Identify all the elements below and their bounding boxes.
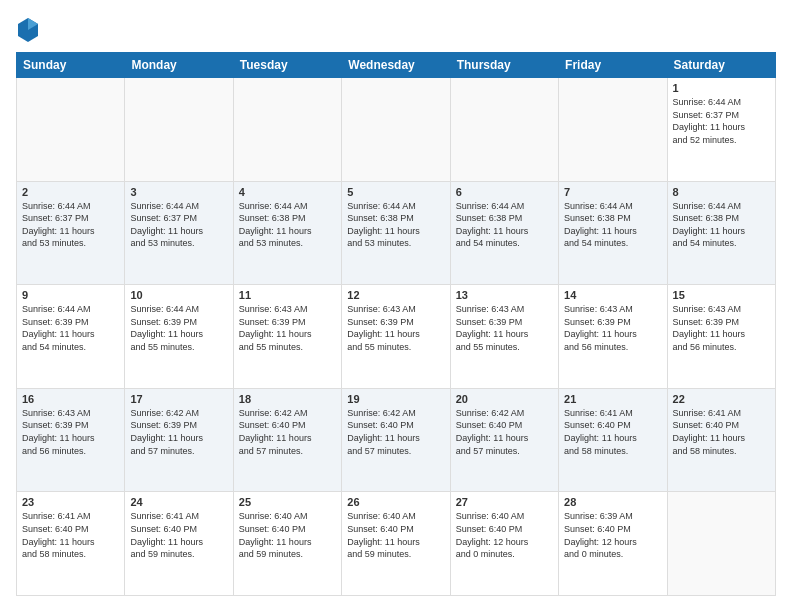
logo (16, 16, 44, 44)
day-number: 6 (456, 186, 553, 198)
day-cell-20: 20Sunrise: 6:42 AM Sunset: 6:40 PM Dayli… (450, 388, 558, 492)
day-number: 25 (239, 496, 336, 508)
day-cell-5: 5Sunrise: 6:44 AM Sunset: 6:38 PM Daylig… (342, 181, 450, 285)
day-cell-2: 2Sunrise: 6:44 AM Sunset: 6:37 PM Daylig… (17, 181, 125, 285)
day-cell-17: 17Sunrise: 6:42 AM Sunset: 6:39 PM Dayli… (125, 388, 233, 492)
day-info: Sunrise: 6:42 AM Sunset: 6:40 PM Dayligh… (239, 407, 336, 457)
day-number: 21 (564, 393, 661, 405)
empty-cell (342, 78, 450, 182)
weekday-thursday: Thursday (450, 53, 558, 78)
day-number: 4 (239, 186, 336, 198)
day-info: Sunrise: 6:40 AM Sunset: 6:40 PM Dayligh… (347, 510, 444, 560)
weekday-wednesday: Wednesday (342, 53, 450, 78)
calendar-table: SundayMondayTuesdayWednesdayThursdayFrid… (16, 52, 776, 596)
day-number: 14 (564, 289, 661, 301)
day-number: 17 (130, 393, 227, 405)
weekday-tuesday: Tuesday (233, 53, 341, 78)
day-info: Sunrise: 6:40 AM Sunset: 6:40 PM Dayligh… (456, 510, 553, 560)
day-number: 3 (130, 186, 227, 198)
day-info: Sunrise: 6:44 AM Sunset: 6:37 PM Dayligh… (130, 200, 227, 250)
day-number: 8 (673, 186, 770, 198)
day-cell-12: 12Sunrise: 6:43 AM Sunset: 6:39 PM Dayli… (342, 285, 450, 389)
weekday-sunday: Sunday (17, 53, 125, 78)
empty-cell (233, 78, 341, 182)
day-number: 11 (239, 289, 336, 301)
empty-cell (667, 492, 775, 596)
day-info: Sunrise: 6:43 AM Sunset: 6:39 PM Dayligh… (347, 303, 444, 353)
day-number: 19 (347, 393, 444, 405)
day-number: 5 (347, 186, 444, 198)
day-info: Sunrise: 6:41 AM Sunset: 6:40 PM Dayligh… (673, 407, 770, 457)
day-info: Sunrise: 6:44 AM Sunset: 6:39 PM Dayligh… (22, 303, 119, 353)
day-info: Sunrise: 6:43 AM Sunset: 6:39 PM Dayligh… (22, 407, 119, 457)
day-info: Sunrise: 6:42 AM Sunset: 6:40 PM Dayligh… (347, 407, 444, 457)
day-number: 24 (130, 496, 227, 508)
day-info: Sunrise: 6:44 AM Sunset: 6:37 PM Dayligh… (673, 96, 770, 146)
day-cell-4: 4Sunrise: 6:44 AM Sunset: 6:38 PM Daylig… (233, 181, 341, 285)
day-cell-15: 15Sunrise: 6:43 AM Sunset: 6:39 PM Dayli… (667, 285, 775, 389)
empty-cell (125, 78, 233, 182)
day-info: Sunrise: 6:44 AM Sunset: 6:38 PM Dayligh… (239, 200, 336, 250)
day-cell-8: 8Sunrise: 6:44 AM Sunset: 6:38 PM Daylig… (667, 181, 775, 285)
logo-icon (16, 16, 40, 44)
day-cell-11: 11Sunrise: 6:43 AM Sunset: 6:39 PM Dayli… (233, 285, 341, 389)
empty-cell (559, 78, 667, 182)
header (16, 16, 776, 44)
week-row-4: 16Sunrise: 6:43 AM Sunset: 6:39 PM Dayli… (17, 388, 776, 492)
week-row-5: 23Sunrise: 6:41 AM Sunset: 6:40 PM Dayli… (17, 492, 776, 596)
day-cell-7: 7Sunrise: 6:44 AM Sunset: 6:38 PM Daylig… (559, 181, 667, 285)
day-info: Sunrise: 6:42 AM Sunset: 6:39 PM Dayligh… (130, 407, 227, 457)
day-info: Sunrise: 6:43 AM Sunset: 6:39 PM Dayligh… (564, 303, 661, 353)
day-number: 22 (673, 393, 770, 405)
day-info: Sunrise: 6:44 AM Sunset: 6:38 PM Dayligh… (347, 200, 444, 250)
day-cell-1: 1Sunrise: 6:44 AM Sunset: 6:37 PM Daylig… (667, 78, 775, 182)
weekday-header-row: SundayMondayTuesdayWednesdayThursdayFrid… (17, 53, 776, 78)
day-cell-21: 21Sunrise: 6:41 AM Sunset: 6:40 PM Dayli… (559, 388, 667, 492)
day-cell-25: 25Sunrise: 6:40 AM Sunset: 6:40 PM Dayli… (233, 492, 341, 596)
day-number: 26 (347, 496, 444, 508)
day-number: 23 (22, 496, 119, 508)
day-cell-22: 22Sunrise: 6:41 AM Sunset: 6:40 PM Dayli… (667, 388, 775, 492)
day-number: 7 (564, 186, 661, 198)
day-number: 20 (456, 393, 553, 405)
empty-cell (17, 78, 125, 182)
day-info: Sunrise: 6:41 AM Sunset: 6:40 PM Dayligh… (130, 510, 227, 560)
weekday-friday: Friday (559, 53, 667, 78)
weekday-saturday: Saturday (667, 53, 775, 78)
day-number: 13 (456, 289, 553, 301)
week-row-1: 1Sunrise: 6:44 AM Sunset: 6:37 PM Daylig… (17, 78, 776, 182)
day-cell-16: 16Sunrise: 6:43 AM Sunset: 6:39 PM Dayli… (17, 388, 125, 492)
page: SundayMondayTuesdayWednesdayThursdayFrid… (0, 0, 792, 612)
day-cell-6: 6Sunrise: 6:44 AM Sunset: 6:38 PM Daylig… (450, 181, 558, 285)
day-cell-26: 26Sunrise: 6:40 AM Sunset: 6:40 PM Dayli… (342, 492, 450, 596)
day-cell-3: 3Sunrise: 6:44 AM Sunset: 6:37 PM Daylig… (125, 181, 233, 285)
week-row-3: 9Sunrise: 6:44 AM Sunset: 6:39 PM Daylig… (17, 285, 776, 389)
day-info: Sunrise: 6:43 AM Sunset: 6:39 PM Dayligh… (239, 303, 336, 353)
day-info: Sunrise: 6:44 AM Sunset: 6:38 PM Dayligh… (564, 200, 661, 250)
day-cell-13: 13Sunrise: 6:43 AM Sunset: 6:39 PM Dayli… (450, 285, 558, 389)
day-number: 1 (673, 82, 770, 94)
day-cell-24: 24Sunrise: 6:41 AM Sunset: 6:40 PM Dayli… (125, 492, 233, 596)
day-cell-27: 27Sunrise: 6:40 AM Sunset: 6:40 PM Dayli… (450, 492, 558, 596)
day-number: 18 (239, 393, 336, 405)
empty-cell (450, 78, 558, 182)
day-cell-14: 14Sunrise: 6:43 AM Sunset: 6:39 PM Dayli… (559, 285, 667, 389)
day-number: 10 (130, 289, 227, 301)
day-info: Sunrise: 6:43 AM Sunset: 6:39 PM Dayligh… (456, 303, 553, 353)
day-cell-28: 28Sunrise: 6:39 AM Sunset: 6:40 PM Dayli… (559, 492, 667, 596)
week-row-2: 2Sunrise: 6:44 AM Sunset: 6:37 PM Daylig… (17, 181, 776, 285)
day-number: 9 (22, 289, 119, 301)
day-info: Sunrise: 6:44 AM Sunset: 6:38 PM Dayligh… (456, 200, 553, 250)
day-info: Sunrise: 6:44 AM Sunset: 6:38 PM Dayligh… (673, 200, 770, 250)
day-info: Sunrise: 6:44 AM Sunset: 6:39 PM Dayligh… (130, 303, 227, 353)
day-info: Sunrise: 6:41 AM Sunset: 6:40 PM Dayligh… (22, 510, 119, 560)
day-cell-10: 10Sunrise: 6:44 AM Sunset: 6:39 PM Dayli… (125, 285, 233, 389)
day-number: 2 (22, 186, 119, 198)
day-info: Sunrise: 6:41 AM Sunset: 6:40 PM Dayligh… (564, 407, 661, 457)
day-cell-23: 23Sunrise: 6:41 AM Sunset: 6:40 PM Dayli… (17, 492, 125, 596)
day-info: Sunrise: 6:42 AM Sunset: 6:40 PM Dayligh… (456, 407, 553, 457)
day-number: 15 (673, 289, 770, 301)
day-number: 12 (347, 289, 444, 301)
day-info: Sunrise: 6:40 AM Sunset: 6:40 PM Dayligh… (239, 510, 336, 560)
day-cell-18: 18Sunrise: 6:42 AM Sunset: 6:40 PM Dayli… (233, 388, 341, 492)
